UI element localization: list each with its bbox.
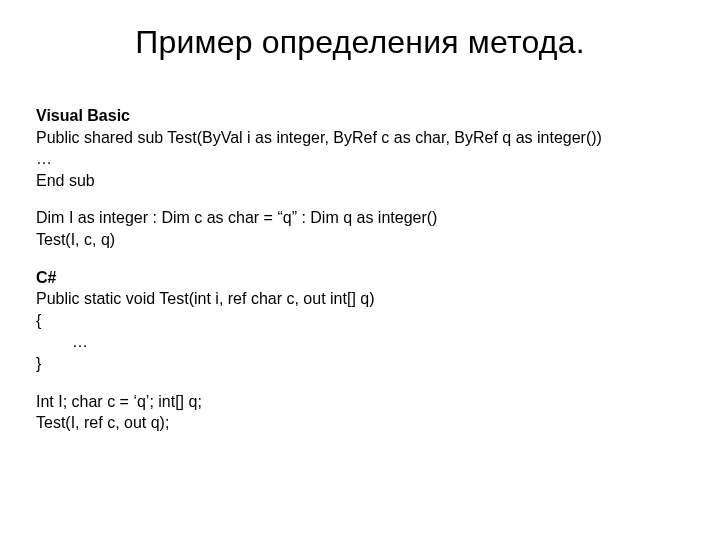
csharp-line-3: … xyxy=(36,331,700,353)
vb-line-1: Public shared sub Test(ByVal i as intege… xyxy=(36,127,700,149)
slide-title: Пример определения метода. xyxy=(0,24,720,61)
spacer xyxy=(36,375,700,391)
slide: Пример определения метода. Visual Basic … xyxy=(0,24,720,540)
csharp-line-2: { xyxy=(36,310,700,332)
vb-line-3: End sub xyxy=(36,170,700,192)
spacer xyxy=(36,251,700,267)
csharp-line-1: Public static void Test(int i, ref char … xyxy=(36,288,700,310)
csharp-line-5: Int I; char c = ‘q’; int[] q; xyxy=(36,391,700,413)
csharp-heading: C# xyxy=(36,267,700,289)
vb-line-5: Test(I, c, q) xyxy=(36,229,700,251)
csharp-line-4: } xyxy=(36,353,700,375)
vb-heading: Visual Basic xyxy=(36,105,700,127)
slide-body: Visual Basic Public shared sub Test(ByVa… xyxy=(0,105,720,434)
vb-line-2: … xyxy=(36,148,700,170)
spacer xyxy=(36,191,700,207)
csharp-line-6: Test(I, ref c, out q); xyxy=(36,412,700,434)
vb-line-4: Dim I as integer : Dim c as char = “q” :… xyxy=(36,207,700,229)
